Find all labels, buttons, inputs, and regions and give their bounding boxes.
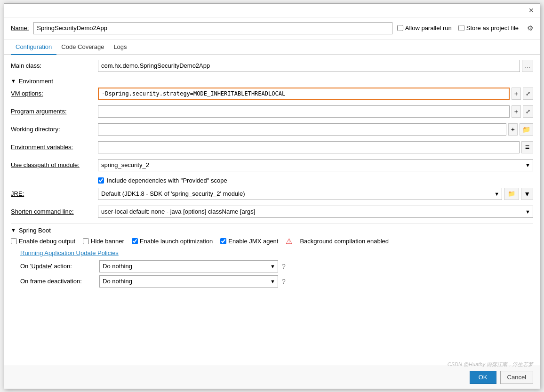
- enable-jmx-check[interactable]: Enable JMX agent: [220, 238, 278, 245]
- gear-icon[interactable]: ⚙: [527, 24, 533, 32]
- vm-options-control: + ⤢: [98, 88, 533, 100]
- store-project-checkbox[interactable]: [458, 25, 464, 31]
- on-update-row: On 'Update' action: Do nothing Update cl…: [20, 260, 533, 272]
- bg-compilation-label: Background compilation enabled: [300, 238, 389, 245]
- classpath-row: Use classpath of module: spring_security…: [11, 159, 533, 173]
- working-dir-label: Working directory:: [11, 123, 98, 133]
- jre-dropdown-button[interactable]: ▼: [521, 188, 533, 200]
- enable-debug-label: Enable debug output: [19, 238, 75, 245]
- spring-boot-header: ▼ Spring Boot: [11, 227, 533, 234]
- on-update-select-wrap: Do nothing Update classes and resources …: [99, 260, 278, 272]
- program-args-expand-button[interactable]: ⤢: [523, 105, 533, 118]
- spring-boot-label: Spring Boot: [19, 227, 51, 234]
- enable-jmx-checkbox[interactable]: [220, 238, 226, 244]
- tab-code-coverage[interactable]: Code Coverage: [56, 40, 109, 55]
- classpath-label: Use classpath of module:: [11, 159, 98, 168]
- jre-select-wrap: Default (JDK1.8 - SDK of 'spring_securit…: [98, 188, 502, 200]
- jre-browse-button[interactable]: 📁: [504, 188, 519, 200]
- vm-options-expand-button[interactable]: ⤢: [523, 88, 533, 100]
- ok-button[interactable]: OK: [470, 371, 496, 384]
- on-frame-row: On frame deactivation: Do nothing Update…: [20, 275, 533, 288]
- name-label: Name:: [11, 24, 29, 32]
- env-vars-label: Environment variables:: [11, 141, 98, 151]
- hide-banner-check[interactable]: Hide banner: [83, 238, 124, 245]
- shorten-cmd-control: user-local default: none - java [options…: [98, 206, 533, 218]
- running-policies-section: Running Application Update Policies On '…: [20, 249, 533, 288]
- shorten-cmd-row: Shorten command line: user-local default…: [11, 206, 533, 220]
- tab-configuration[interactable]: Configuration: [11, 40, 56, 55]
- hide-banner-label: Hide banner: [91, 238, 124, 245]
- main-class-label: Main class:: [11, 60, 98, 69]
- hide-banner-checkbox[interactable]: [83, 238, 89, 244]
- jre-label: JRE:: [11, 188, 98, 197]
- tabs-row: Configuration Code Coverage Logs: [4, 40, 540, 55]
- enable-launch-checkbox[interactable]: [132, 238, 138, 244]
- jre-control: Default (JDK1.8 - SDK of 'spring_securit…: [98, 188, 533, 200]
- program-args-input[interactable]: [98, 105, 510, 118]
- classpath-select-wrap: spring_security_2 ▼: [98, 159, 533, 171]
- main-class-row: Main class: ...: [11, 60, 533, 74]
- enable-launch-check[interactable]: Enable launch optimization: [132, 238, 213, 245]
- working-dir-add-button[interactable]: +: [508, 123, 518, 136]
- environment-collapse-arrow[interactable]: ▼: [11, 78, 16, 84]
- vm-options-label: VM options:: [11, 88, 98, 97]
- program-args-label: Program arguments:: [11, 105, 98, 115]
- main-class-control: ...: [98, 60, 533, 72]
- spring-boot-options-row: Enable debug output Hide banner Enable l…: [11, 237, 533, 246]
- program-args-add-button[interactable]: +: [512, 105, 521, 118]
- shorten-cmd-select-wrap: user-local default: none - java [options…: [98, 206, 533, 218]
- on-update-label: On 'Update' action:: [20, 263, 96, 270]
- working-dir-browse-button[interactable]: 📁: [520, 123, 533, 136]
- include-deps-label: Include dependencies with "Provided" sco…: [107, 177, 227, 184]
- run-config-dialog: ✕ Name: Allow parallel run Store as proj…: [4, 3, 540, 389]
- program-args-control: + ⤢: [98, 105, 533, 118]
- on-frame-select[interactable]: Do nothing Update classes and resources …: [99, 275, 278, 288]
- classpath-select[interactable]: spring_security_2: [98, 159, 533, 171]
- name-row: Name: Allow parallel run Store as projec…: [4, 17, 540, 40]
- enable-launch-label: Enable launch optimization: [140, 238, 213, 245]
- close-button[interactable]: ✕: [526, 6, 537, 15]
- env-vars-input[interactable]: [98, 141, 520, 153]
- on-frame-help-icon[interactable]: ?: [282, 278, 286, 285]
- environment-header: ▼ Environment: [11, 78, 533, 85]
- tab-logs[interactable]: Logs: [109, 40, 131, 55]
- environment-label: Environment: [19, 78, 53, 85]
- env-vars-control: ≡: [98, 141, 533, 153]
- working-dir-control: + 📁: [98, 123, 533, 136]
- allow-parallel-label[interactable]: Allow parallel run: [397, 24, 452, 32]
- section-divider-1: [11, 224, 533, 224]
- classpath-control: spring_security_2 ▼: [98, 159, 533, 171]
- name-options: Allow parallel run Store as project file…: [397, 24, 533, 32]
- enable-debug-checkbox[interactable]: [11, 238, 17, 244]
- cancel-button[interactable]: Cancel: [500, 371, 533, 384]
- vm-options-row: VM options: + ⤢: [11, 88, 533, 102]
- include-deps-checkbox[interactable]: [98, 177, 104, 184]
- main-class-browse-button[interactable]: ...: [522, 60, 533, 72]
- on-update-help-icon[interactable]: ?: [282, 263, 286, 270]
- env-vars-edit-button[interactable]: ≡: [521, 141, 533, 153]
- working-dir-input[interactable]: [98, 123, 506, 136]
- warning-icon: ⚠: [286, 237, 292, 246]
- enable-jmx-label: Enable JMX agent: [228, 238, 278, 245]
- jre-row: JRE: Default (JDK1.8 - SDK of 'spring_se…: [11, 188, 533, 202]
- on-update-select[interactable]: Do nothing Update classes and resources …: [99, 260, 278, 272]
- content-area: Main class: ... ▼ Environment VM options…: [4, 55, 540, 366]
- program-args-row: Program arguments: + ⤢: [11, 105, 533, 120]
- jre-select[interactable]: Default (JDK1.8 - SDK of 'spring_securit…: [98, 188, 502, 200]
- include-deps-row: Include dependencies with "Provided" sco…: [98, 177, 533, 184]
- store-project-label[interactable]: Store as project file: [458, 24, 519, 32]
- working-dir-row: Working directory: + 📁: [11, 123, 533, 137]
- vm-options-add-button[interactable]: +: [512, 88, 521, 100]
- allow-parallel-checkbox[interactable]: [397, 25, 403, 31]
- main-class-input[interactable]: [98, 60, 520, 72]
- vm-options-input[interactable]: [98, 88, 510, 100]
- enable-debug-check[interactable]: Enable debug output: [11, 238, 75, 245]
- shorten-cmd-select[interactable]: user-local default: none - java [options…: [98, 206, 533, 218]
- footer: OK Cancel: [4, 366, 540, 389]
- name-input[interactable]: [33, 22, 392, 34]
- env-vars-row: Environment variables: ≡: [11, 141, 533, 155]
- watermark: CSDN @Huathy 雨落江南，浮生若梦: [448, 361, 533, 368]
- running-policies-title: Running Application Update Policies: [20, 249, 533, 256]
- spring-boot-collapse-arrow[interactable]: ▼: [11, 227, 16, 233]
- shorten-cmd-label: Shorten command line:: [11, 206, 98, 215]
